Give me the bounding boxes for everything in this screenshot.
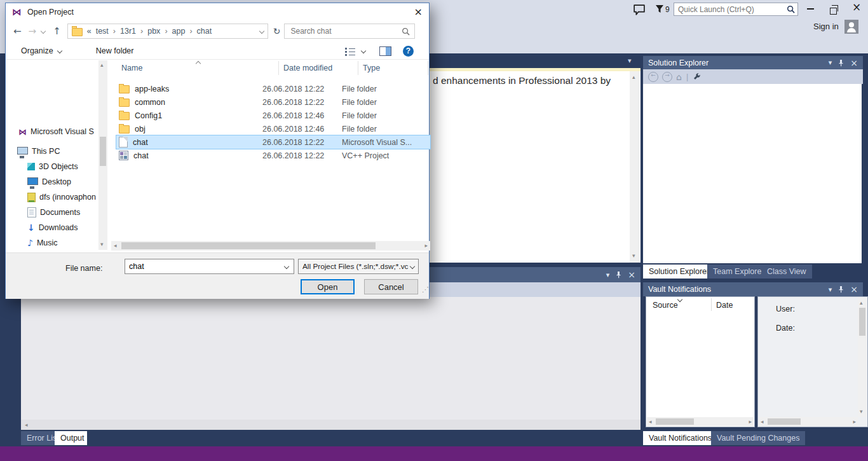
panel-close-icon[interactable]: × — [850, 285, 858, 294]
panel-close-icon[interactable]: × — [628, 270, 635, 279]
sign-in-link[interactable]: Sign in — [813, 22, 839, 31]
breadcrumb-segment[interactable]: test — [96, 27, 109, 36]
vault-source-list[interactable]: Source Date ◂ ▸ — [646, 296, 755, 427]
pin-icon[interactable] — [837, 59, 844, 67]
scroll-down-arrow[interactable]: ▾ — [860, 409, 863, 415]
sidebar-item-dfs[interactable]: dfs (innovaphon — [27, 190, 96, 204]
column-separator[interactable] — [278, 61, 279, 75]
tab-class-view[interactable]: Class View — [761, 265, 812, 279]
home-icon[interactable]: ⌂ — [676, 72, 682, 81]
file-name-combo[interactable] — [125, 259, 294, 274]
file-row[interactable]: app-leaks 26.06.2018 12:22 File folder — [116, 82, 430, 95]
file-type-combo[interactable]: All Project Files (*.sln;*.dsw;*.vc — [298, 259, 419, 274]
address-bar[interactable]: « test › 13r1 › pbx › app › chat — [67, 24, 268, 39]
up-arrow-icon[interactable]: ↑ — [53, 27, 61, 36]
tab-output[interactable]: Output — [55, 431, 87, 445]
back-arrow-icon[interactable]: ← — [13, 27, 22, 36]
tab-solution-explorer[interactable]: Solution Explorer — [643, 265, 715, 279]
pin-icon[interactable] — [837, 286, 844, 293]
panel-dropdown-icon[interactable]: ▾ — [606, 272, 610, 279]
vault-column-date[interactable]: Date — [716, 301, 733, 310]
vault-detail-vscrollbar[interactable]: ▴ ▾ — [858, 298, 867, 417]
tab-vault-notifications[interactable]: Vault Notifications — [643, 431, 717, 445]
search-input[interactable] — [289, 26, 402, 36]
history-chevron-icon[interactable] — [41, 29, 46, 34]
restore-button[interactable] — [830, 8, 837, 15]
quick-launch-input[interactable] — [677, 4, 787, 15]
sidebar-item-music[interactable]: ♪ Music — [27, 236, 58, 250]
breadcrumb-collapse[interactable]: « — [87, 27, 92, 36]
scroll-left-arrow[interactable]: ◂ — [761, 419, 764, 425]
search-box[interactable] — [284, 24, 415, 39]
feedback-icon[interactable] — [633, 4, 646, 15]
scroll-right-arrow[interactable]: ▸ — [749, 419, 752, 425]
cancel-button[interactable]: Cancel — [364, 279, 418, 294]
breadcrumb-segment[interactable]: pbx — [147, 27, 160, 36]
scroll-thumb[interactable] — [656, 418, 694, 425]
column-header-type[interactable]: Type — [363, 64, 380, 72]
sidebar-item-visual-studio[interactable]: ⋈ Microsoft Visual S — [18, 125, 94, 139]
help-icon[interactable]: ? — [403, 46, 414, 57]
file-row[interactable]: common 26.06.2018 12:22 File folder — [116, 95, 430, 109]
scroll-right-arrow[interactable]: ▸ — [853, 419, 856, 425]
column-separator[interactable] — [358, 61, 358, 75]
close-button[interactable]: × — [852, 2, 861, 13]
sidebar-item-documents[interactable]: Documents — [27, 205, 80, 219]
views-dropdown-icon[interactable] — [361, 48, 366, 53]
avatar[interactable] — [844, 20, 858, 34]
pin-icon[interactable] — [615, 271, 622, 279]
scroll-up-arrow[interactable]: ▴ — [632, 74, 635, 80]
solution-explorer-tree[interactable] — [643, 84, 862, 263]
address-dropdown-icon[interactable] — [259, 29, 264, 34]
forward-circle-icon[interactable]: → — [662, 72, 672, 82]
properties-wrench-icon[interactable] — [693, 72, 701, 81]
preview-pane-icon[interactable] — [379, 46, 391, 56]
quick-launch-box[interactable] — [674, 3, 798, 16]
sidebar-item-3d-objects[interactable]: 3D Objects — [27, 160, 78, 174]
editor-vscrollbar[interactable]: ▴ ▾ — [630, 71, 640, 263]
column-header-date-modified[interactable]: Date modified — [283, 64, 332, 72]
new-folder-button[interactable]: New folder — [96, 46, 134, 55]
file-name-input[interactable] — [125, 262, 285, 271]
scroll-down-arrow[interactable]: ▾ — [100, 242, 104, 247]
scroll-thumb[interactable] — [859, 308, 865, 336]
file-list-hscrollbar[interactable]: ◂ ▸ — [111, 241, 430, 251]
panel-dropdown-icon[interactable]: ▾ — [829, 286, 832, 293]
combo-dropdown-icon[interactable] — [284, 264, 289, 269]
sidebar-vscrollbar[interactable]: ▴ ▾ — [98, 60, 107, 250]
panel-dropdown-icon[interactable]: ▾ — [829, 59, 832, 66]
output-hscrollbar[interactable]: ◂ — [21, 420, 641, 430]
column-header-name[interactable]: Name — [121, 64, 142, 72]
notifications-flag-icon[interactable] — [655, 4, 664, 13]
scroll-left-arrow[interactable]: ◂ — [649, 419, 652, 425]
details-view-icon[interactable] — [345, 47, 355, 55]
back-circle-icon[interactable]: ← — [648, 72, 658, 82]
open-button[interactable]: Open — [301, 279, 355, 294]
vault-source-hscrollbar[interactable]: ◂ ▸ — [647, 417, 754, 426]
scroll-up-arrow[interactable]: ▴ — [860, 300, 863, 306]
dialog-title-bar[interactable]: ⋈ Open Project × — [6, 3, 429, 21]
breadcrumb-segment[interactable]: 13r1 — [120, 27, 136, 36]
resize-grip[interactable]: ⋰ — [422, 286, 429, 293]
tab-vault-pending-changes[interactable]: Vault Pending Changes — [711, 431, 805, 445]
editor-tab-dropdown-icon[interactable]: ▾ — [628, 57, 632, 64]
sidebar-item-desktop[interactable]: Desktop — [27, 175, 71, 189]
refresh-icon[interactable]: ↻ — [273, 27, 281, 36]
column-separator[interactable] — [428, 61, 428, 75]
scroll-thumb[interactable] — [121, 242, 376, 249]
forward-arrow-icon[interactable]: → — [29, 27, 37, 36]
breadcrumb-segment[interactable]: chat — [197, 27, 212, 36]
scroll-down-arrow[interactable]: ▾ — [632, 253, 635, 259]
vault-column-source[interactable]: Source — [653, 301, 678, 310]
vault-notifications-header[interactable]: Vault Notifications ▾ × — [643, 282, 863, 296]
sidebar-item-downloads[interactable]: ↓ Downloads — [27, 221, 78, 235]
file-row[interactable]: obj 26.06.2018 12:46 File folder — [116, 122, 430, 135]
scroll-left-arrow[interactable]: ◂ — [25, 422, 28, 428]
scroll-left-arrow[interactable]: ◂ — [114, 243, 117, 249]
vault-detail-hscrollbar[interactable]: ◂ ▸ — [759, 417, 858, 426]
scroll-right-arrow[interactable]: ▸ — [424, 243, 428, 249]
scroll-thumb[interactable] — [100, 137, 106, 166]
file-row-selected[interactable]: chat 26.06.2018 12:22 Microsoft Visual S… — [116, 135, 430, 149]
notification-count[interactable]: 9 — [665, 5, 670, 14]
minimize-button[interactable] — [807, 8, 814, 10]
